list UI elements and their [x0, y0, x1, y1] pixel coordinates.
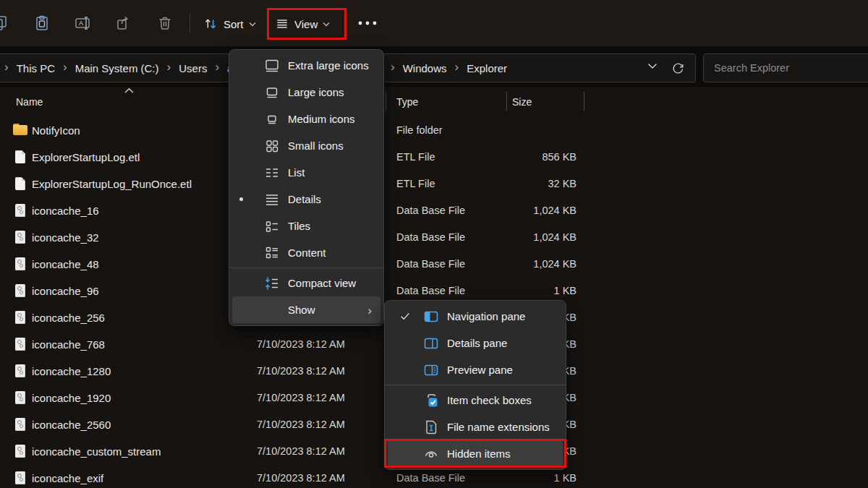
file-name: iconcache_exif	[32, 465, 103, 488]
menu-item-show[interactable]: Show ›	[232, 296, 380, 323]
address-dropdown-icon[interactable]	[647, 63, 658, 69]
menu-item-compact-view[interactable]: Compact view	[232, 270, 380, 296]
document-icon	[13, 150, 27, 164]
item-check-boxes-icon	[422, 392, 440, 409]
database-file-icon	[13, 257, 27, 271]
medium-icons-icon	[263, 111, 281, 128]
database-file-icon	[13, 311, 27, 325]
file-name: iconcache_768	[32, 331, 105, 358]
breadcrumb-explorer[interactable]: Explorer	[464, 61, 510, 76]
more-options-icon[interactable]	[358, 21, 377, 25]
submenu-item-item-check-boxes[interactable]: Item check boxes	[388, 387, 563, 414]
database-file-icon	[13, 418, 27, 432]
folder-icon	[13, 124, 27, 137]
highlight-box-view	[267, 8, 346, 40]
file-size: 856 KB	[499, 144, 576, 171]
chevron-right-icon: ›	[210, 60, 224, 76]
sort-button[interactable]: Sort	[197, 9, 262, 39]
large-icons-icon	[263, 84, 281, 101]
breadcrumb-tail: › Windows › Explorer	[386, 54, 510, 82]
search-box[interactable]	[703, 53, 868, 82]
compact-view-icon	[263, 275, 281, 292]
column-divider[interactable]	[386, 92, 386, 111]
menu-item-label: Medium icons	[288, 113, 355, 125]
table-row[interactable]: NotifyIcon File folder	[0, 117, 868, 144]
menu-item-details[interactable]: Details	[232, 186, 380, 213]
tiles-icon	[263, 218, 281, 235]
column-divider[interactable]	[584, 92, 584, 111]
menu-item-large-icons[interactable]: Large icons	[232, 79, 380, 106]
file-name: ExplorerStartupLog_RunOnce.etl	[32, 171, 192, 197]
rename-icon[interactable]: A	[74, 14, 91, 32]
file-name: iconcache_1280	[32, 358, 111, 385]
table-row[interactable]: ExplorerStartupLog.etl ETL File 856 KB	[0, 144, 868, 171]
database-file-icon	[13, 284, 27, 298]
paste-icon[interactable]	[33, 14, 51, 32]
database-file-icon	[13, 391, 27, 405]
delete-icon[interactable]	[156, 14, 174, 32]
file-date: 7/10/2023 8:12 AM	[257, 411, 345, 438]
menu-item-content[interactable]: Content	[232, 239, 380, 266]
file-name: ExplorerStartupLog.etl	[32, 144, 140, 171]
sort-icon	[203, 16, 218, 32]
submenu-item-preview-pane[interactable]: Preview pane	[388, 356, 563, 383]
column-divider[interactable]	[506, 92, 507, 111]
chevron-right-icon: ›	[0, 60, 14, 76]
submenu-item-label: Item check boxes	[447, 394, 532, 406]
submenu-item-file-name-extensions[interactable]: File name extensions	[388, 414, 563, 440]
document-icon	[13, 177, 27, 191]
breadcrumb: › This PC › Main System (C:) › Users › a…	[0, 54, 253, 82]
share-icon[interactable]	[115, 14, 132, 32]
file-size: 1,024 KB	[499, 197, 576, 224]
file-type: Data Base File	[396, 251, 465, 278]
file-type: Data Base File	[396, 224, 465, 251]
file-size: 1,024 KB	[499, 251, 576, 278]
database-file-icon	[13, 445, 27, 458]
file-name: iconcache_1920	[32, 385, 111, 411]
submenu-item-details-pane[interactable]: Details pane	[388, 330, 563, 356]
list-icon	[263, 164, 281, 181]
menu-item-label: List	[288, 166, 305, 179]
refresh-icon[interactable]	[671, 61, 685, 75]
breadcrumb-windows[interactable]: Windows	[400, 61, 450, 76]
menu-item-extra-large-icons[interactable]: Extra large icons	[232, 52, 380, 79]
database-file-icon	[13, 338, 27, 351]
file-size: 32 KB	[499, 171, 576, 197]
menu-separator	[229, 267, 383, 268]
breadcrumb-this-pc[interactable]: This PC	[14, 61, 58, 76]
column-header-size[interactable]: Size	[512, 90, 532, 114]
file-name: iconcache_16	[32, 197, 99, 224]
table-row[interactable]: ExplorerStartupLog_RunOnce.etl ETL File …	[0, 171, 868, 197]
submenu-item-label: File name extensions	[447, 421, 550, 433]
file-name: iconcache_32	[32, 224, 99, 251]
database-file-icon	[13, 364, 27, 378]
copy-icon[interactable]	[0, 14, 9, 32]
file-name: iconcache_custom_stream	[32, 438, 161, 465]
table-row[interactable]: iconcache_16 Data Base File 1,024 KB	[0, 197, 868, 224]
toolbar-divider	[190, 13, 190, 33]
search-input[interactable]	[704, 54, 868, 82]
breadcrumb-users[interactable]: Users	[176, 61, 210, 76]
column-header-name[interactable]: Name	[16, 90, 43, 114]
file-name: NotifyIcon	[32, 117, 80, 144]
view-menu: Extra large icons Large icons Medium ico…	[229, 49, 384, 326]
table-row[interactable]: iconcache_32 Data Base File 1,024 KB	[0, 224, 868, 251]
menu-item-small-icons[interactable]: Small icons	[232, 132, 380, 159]
chevron-right-icon: ›	[450, 60, 464, 76]
small-icons-icon	[263, 137, 281, 155]
file-type: ETL File	[396, 171, 435, 197]
breadcrumb-drive[interactable]: Main System (C:)	[72, 61, 162, 76]
submenu-item-label: Preview pane	[447, 364, 513, 376]
column-header-type[interactable]: Type	[396, 90, 418, 114]
table-row[interactable]: iconcache_48 Data Base File 1,024 KB	[0, 251, 868, 278]
submenu-item-navigation-pane[interactable]: Navigation pane	[388, 303, 563, 330]
menu-item-tiles[interactable]: Tiles	[232, 213, 380, 239]
menu-item-medium-icons[interactable]: Medium icons	[232, 106, 380, 132]
checkmark-icon	[399, 310, 411, 322]
chevron-down-icon	[249, 22, 256, 27]
menu-item-list[interactable]: List	[232, 159, 380, 186]
highlight-box-hidden-items	[384, 439, 566, 468]
menu-item-label: Show	[288, 304, 315, 316]
menu-item-label: Large icons	[288, 86, 344, 98]
navigation-pane-icon	[422, 308, 440, 325]
